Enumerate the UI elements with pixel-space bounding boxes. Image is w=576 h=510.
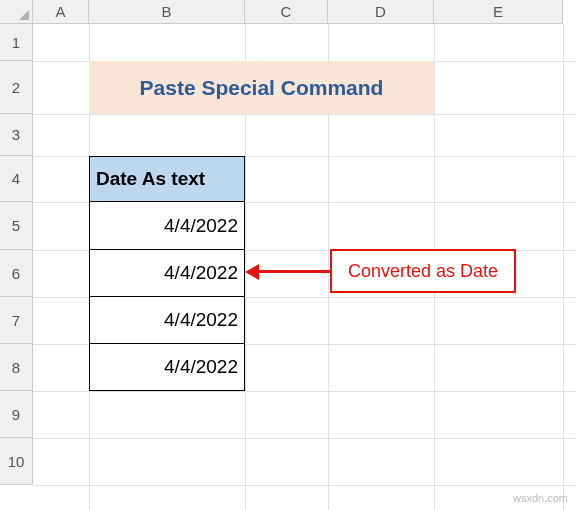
row-header-1[interactable]: 1	[0, 24, 33, 61]
row-header-2[interactable]: 2	[0, 61, 33, 114]
column-headers: A B C D E	[33, 0, 563, 24]
col-header-D[interactable]: D	[328, 0, 434, 24]
row-headers: 1 2 3 4 5 6 7 8 9 10	[0, 24, 33, 485]
row-header-7[interactable]: 7	[0, 297, 33, 344]
col-header-B[interactable]: B	[89, 0, 245, 24]
row-header-4[interactable]: 4	[0, 156, 33, 202]
callout-arrow-line	[257, 270, 330, 273]
data-cell-b5[interactable]: 4/4/2022	[89, 201, 245, 250]
select-all-corner[interactable]	[0, 0, 33, 24]
row-header-9[interactable]: 9	[0, 391, 33, 438]
header-cell[interactable]: Date As text	[89, 156, 245, 202]
row-header-8[interactable]: 8	[0, 344, 33, 391]
row-header-3[interactable]: 3	[0, 114, 33, 156]
row-header-5[interactable]: 5	[0, 202, 33, 250]
watermark: wsxdn.com	[513, 492, 568, 504]
callout-box: Converted as Date	[330, 249, 516, 293]
data-cell-b7[interactable]: 4/4/2022	[89, 296, 245, 344]
col-header-C[interactable]: C	[245, 0, 328, 24]
callout-arrow-head	[245, 264, 259, 280]
col-header-A[interactable]: A	[33, 0, 89, 24]
data-cell-b8[interactable]: 4/4/2022	[89, 343, 245, 391]
col-header-E[interactable]: E	[434, 0, 563, 24]
row-header-10[interactable]: 10	[0, 438, 33, 485]
data-cell-b6[interactable]: 4/4/2022	[89, 249, 245, 297]
title-cell[interactable]: Paste Special Command	[89, 61, 434, 114]
row-header-6[interactable]: 6	[0, 250, 33, 297]
